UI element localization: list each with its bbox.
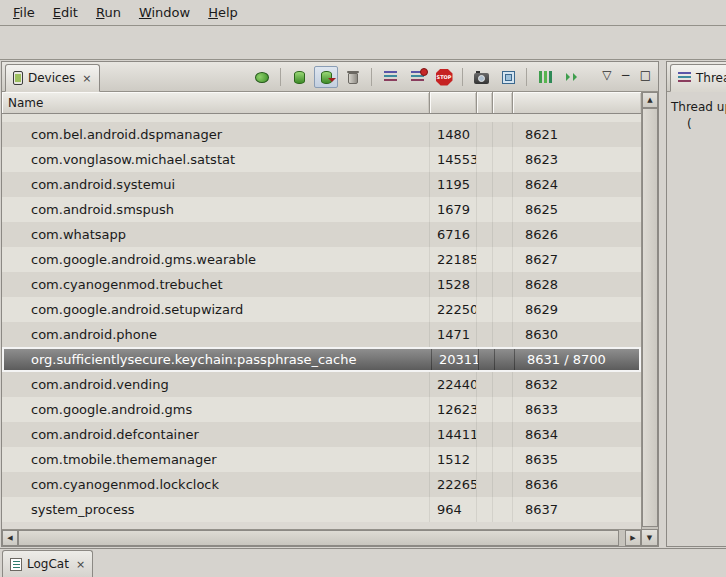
process-port: 8631 / 8700 bbox=[515, 349, 639, 370]
maximize-icon[interactable]: □ bbox=[640, 68, 651, 82]
process-row[interactable]: com.android.vending 22440 8632 bbox=[2, 372, 641, 397]
tab-logcat[interactable]: LogCat × bbox=[2, 550, 93, 577]
process-port: 8627 bbox=[513, 247, 641, 272]
process-name: com.vonglasow.michael.satstat bbox=[2, 147, 430, 172]
cause-gc-button[interactable] bbox=[341, 66, 365, 88]
process-name: com.google.android.gms bbox=[2, 397, 430, 422]
column-header-port[interactable] bbox=[513, 92, 641, 113]
process-pid: 1195 bbox=[430, 172, 477, 197]
close-icon[interactable]: × bbox=[76, 558, 85, 571]
cell-empty-1 bbox=[477, 247, 493, 272]
screen-capture-icon bbox=[474, 73, 489, 84]
process-port: 8626 bbox=[513, 222, 641, 247]
devices-tab-bar: Devices × STOP ▽ − □ bbox=[2, 62, 658, 92]
process-pid: 12623 bbox=[430, 397, 477, 422]
process-row[interactable]: com.android.smspush 1679 8625 bbox=[2, 197, 641, 222]
logcat-icon bbox=[10, 558, 22, 571]
horizontal-scrollbar[interactable]: ◀ ▶ bbox=[2, 529, 641, 546]
cell-empty-1 bbox=[477, 472, 493, 497]
scroll-up-button[interactable]: ▲ bbox=[642, 92, 658, 108]
cell-empty-2 bbox=[493, 447, 513, 472]
dump-view-hierarchy-button[interactable] bbox=[496, 66, 520, 88]
threads-tab-bar: Threads × bbox=[667, 62, 726, 92]
menu-edit[interactable]: Edit bbox=[44, 2, 87, 24]
close-icon[interactable]: × bbox=[82, 72, 91, 85]
update-threads-button[interactable] bbox=[378, 66, 402, 88]
dump-hprof-icon bbox=[321, 71, 332, 84]
horizontal-scrollbar-thumb[interactable] bbox=[18, 530, 619, 546]
cell-empty-2 bbox=[493, 122, 513, 147]
cell-empty-1 bbox=[477, 372, 493, 397]
partial-row bbox=[2, 114, 641, 122]
process-row[interactable]: system_process 964 8637 bbox=[2, 497, 641, 522]
cell-empty-2 bbox=[493, 322, 513, 347]
tab-threads-label: Threads bbox=[696, 71, 726, 85]
minimize-icon[interactable]: − bbox=[621, 68, 631, 82]
scroll-down-button[interactable]: ▼ bbox=[641, 529, 658, 546]
vertical-scrollbar[interactable]: ▲ bbox=[641, 92, 658, 529]
tab-devices[interactable]: Devices × bbox=[5, 64, 100, 92]
process-port: 8629 bbox=[513, 297, 641, 322]
process-pid: 22440 bbox=[430, 372, 477, 397]
cell-empty-2 bbox=[493, 422, 513, 447]
toolbar-separator bbox=[371, 68, 372, 86]
process-name: com.cyanogenmod.lockclock bbox=[2, 472, 430, 497]
menu-run[interactable]: Run bbox=[87, 2, 130, 24]
process-name: com.android.vending bbox=[2, 372, 430, 397]
cell-empty-2 bbox=[493, 172, 513, 197]
vertical-scrollbar-thumb[interactable] bbox=[642, 108, 658, 527]
cause-gc-icon bbox=[348, 73, 358, 84]
process-row[interactable]: com.google.android.gms 12623 8633 bbox=[2, 397, 641, 422]
stop-process-button[interactable]: STOP bbox=[432, 66, 456, 88]
column-header-name[interactable]: Name bbox=[2, 92, 430, 113]
process-pid: 22250 bbox=[430, 297, 477, 322]
process-row[interactable]: com.tmobile.thememanager 1512 8635 bbox=[2, 447, 641, 472]
scroll-right-button[interactable]: ▶ bbox=[625, 530, 641, 546]
process-port: 8634 bbox=[513, 422, 641, 447]
update-heap-button[interactable] bbox=[287, 66, 311, 88]
menu-window[interactable]: Window bbox=[130, 2, 199, 24]
dump-hprof-button[interactable] bbox=[314, 66, 338, 88]
process-name: com.android.systemui bbox=[2, 172, 430, 197]
process-name: com.cyanogenmod.trebuchet bbox=[2, 272, 430, 297]
view-menu-icon[interactable]: ▽ bbox=[602, 68, 611, 82]
process-row[interactable]: com.android.systemui 1195 8624 bbox=[2, 172, 641, 197]
process-row[interactable]: com.bel.android.dspmanager 1480 8621 bbox=[2, 122, 641, 147]
menu-help[interactable]: Help bbox=[199, 2, 247, 24]
cell-empty-2 bbox=[493, 272, 513, 297]
cell-empty-2 bbox=[493, 197, 513, 222]
column-header-2[interactable] bbox=[493, 92, 513, 113]
scroll-left-button[interactable]: ◀ bbox=[2, 530, 18, 546]
tab-threads[interactable]: Threads × bbox=[670, 64, 726, 92]
process-row[interactable]: com.google.android.gms.wearable 22185 86… bbox=[2, 247, 641, 272]
screen-capture-button[interactable] bbox=[469, 66, 493, 88]
cell-empty-1 bbox=[477, 122, 493, 147]
process-row[interactable]: org.sufficientlysecure.keychain:passphra… bbox=[2, 347, 641, 372]
cell-empty-2 bbox=[493, 247, 513, 272]
process-pid: 1512 bbox=[430, 447, 477, 472]
capture-systrace-button[interactable] bbox=[533, 66, 557, 88]
process-row[interactable]: com.whatsapp 6716 8626 bbox=[2, 222, 641, 247]
update-threads-icon bbox=[384, 71, 397, 83]
cell-empty-1 bbox=[477, 447, 493, 472]
debug-process-button[interactable] bbox=[250, 66, 274, 88]
process-row[interactable]: com.cyanogenmod.lockclock 22265 8636 bbox=[2, 472, 641, 497]
menu-file[interactable]: File bbox=[4, 2, 44, 24]
process-row[interactable]: com.google.android.setupwizard 22250 862… bbox=[2, 297, 641, 322]
start-method-profiling-button[interactable] bbox=[405, 66, 429, 88]
column-header-1[interactable] bbox=[477, 92, 493, 113]
threads-message-line1: Thread up bbox=[671, 100, 726, 114]
process-row[interactable]: com.cyanogenmod.trebuchet 1528 8628 bbox=[2, 272, 641, 297]
cell-empty-1 bbox=[477, 272, 493, 297]
process-row[interactable]: com.android.phone 1471 8630 bbox=[2, 322, 641, 347]
panel-controls: ▽ − □ bbox=[602, 68, 651, 82]
process-row[interactable]: com.vonglasow.michael.satstat 14553 8623 bbox=[2, 147, 641, 172]
process-name: com.android.smspush bbox=[2, 197, 430, 222]
cell-empty-2 bbox=[493, 147, 513, 172]
start-opengl-trace-button[interactable] bbox=[560, 66, 584, 88]
table-header: Name bbox=[2, 92, 641, 114]
cell-empty-1 bbox=[477, 222, 493, 247]
process-row[interactable]: com.android.defcontainer 14411 8634 bbox=[2, 422, 641, 447]
column-header-pid[interactable] bbox=[430, 92, 477, 113]
cell-empty-1 bbox=[477, 172, 493, 197]
